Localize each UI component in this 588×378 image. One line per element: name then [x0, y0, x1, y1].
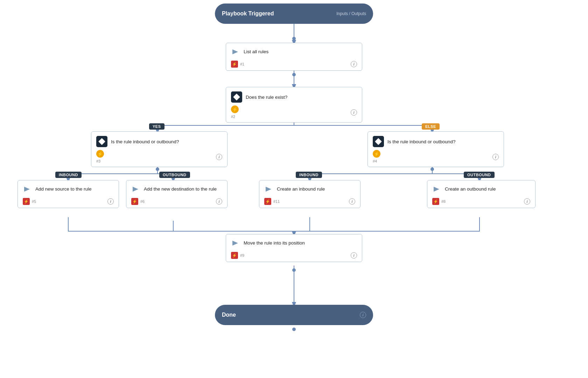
step-arrow-icon-6	[131, 185, 140, 194]
create-inbound-node[interactable]: Create an inbound rule ⚡ #11 i	[259, 180, 360, 208]
step-arrow-icon-8	[432, 185, 441, 194]
lightning-badge-1: ⚡	[231, 105, 239, 113]
step-num-4: #4	[373, 159, 377, 163]
info-icon-4[interactable]: i	[492, 154, 499, 160]
step-arrow-icon	[231, 47, 240, 56]
add-destination-title: Add the new destination to the rule	[144, 186, 217, 192]
svg-point-13	[430, 167, 434, 171]
create-outbound-title: Create an outbound rule	[445, 186, 496, 192]
inputs-outputs-label[interactable]: Inputs / Outputs	[336, 11, 366, 16]
warning-badge-8: ⚡	[432, 198, 439, 205]
info-icon-5[interactable]: i	[107, 198, 114, 205]
add-source-title: Add new source to the rule	[35, 186, 92, 192]
svg-point-6	[292, 73, 296, 76]
outbound-label-else: OUTBOUND	[464, 172, 495, 178]
step-arrow-icon-5	[23, 185, 32, 194]
outbound-label-yes: OUTBOUND	[159, 172, 190, 178]
info-icon-6[interactable]: i	[216, 198, 222, 205]
info-icon[interactable]: i	[351, 61, 357, 67]
create-outbound-node[interactable]: Create an outbound rule ⚡ #8 i	[427, 180, 536, 208]
svg-point-21	[292, 328, 296, 331]
svg-marker-25	[266, 187, 271, 192]
info-icon-3[interactable]: i	[216, 154, 222, 160]
svg-marker-22	[232, 49, 238, 54]
step-arrow-icon-9	[231, 239, 240, 248]
svg-point-3	[292, 37, 296, 40]
warning-badge: ⚡	[231, 61, 238, 68]
step-num-11: #11	[273, 199, 280, 204]
does-rule-exist-title: Does the rule exist?	[246, 95, 287, 100]
warning-badge-9: ⚡	[231, 252, 238, 259]
is-rule-yes-title: Is the rule inbound or outbound?	[111, 139, 179, 144]
info-icon-8[interactable]: i	[524, 198, 530, 205]
lightning-badge-3: ⚡	[373, 150, 380, 158]
step-num-1: #1	[240, 62, 244, 66]
move-rule-node[interactable]: Move the rule into its position ⚡ #9 i	[226, 234, 362, 262]
svg-marker-23	[24, 187, 30, 192]
warning-badge-6: ⚡	[131, 198, 138, 205]
yes-label: YES	[149, 123, 164, 130]
warning-badge-5: ⚡	[23, 198, 30, 205]
diamond-icon-2	[96, 136, 107, 147]
list-all-rules-title: List all rules	[244, 49, 268, 55]
step-num-6: #6	[140, 199, 145, 204]
inbound-label-else: INBOUND	[296, 172, 322, 178]
step-num-8: #8	[441, 199, 446, 204]
done-node[interactable]: Done i	[215, 305, 373, 325]
done-label: Done	[222, 312, 236, 318]
svg-point-11	[156, 167, 159, 171]
step-arrow-icon-11	[264, 185, 273, 194]
create-inbound-title: Create an inbound rule	[277, 186, 325, 192]
move-rule-title: Move the rule into its position	[244, 240, 305, 246]
step-num-2: #2	[231, 115, 235, 119]
is-rule-inbound-outbound-yes-node[interactable]: Is the rule inbound or outbound? ⚡ #3 i	[91, 131, 227, 167]
diamond-icon-1	[231, 91, 242, 103]
does-rule-exist-node[interactable]: Does the rule exist? ⚡ #2 i	[226, 87, 362, 123]
svg-marker-24	[133, 187, 138, 192]
trigger-label: Playbook Triggered	[222, 11, 274, 17]
is-rule-else-title: Is the rule inbound or outbound?	[387, 139, 455, 144]
svg-marker-26	[434, 187, 439, 192]
svg-marker-27	[232, 241, 238, 246]
is-rule-inbound-outbound-else-node[interactable]: Is the rule inbound or outbound? ⚡ #4 i	[368, 131, 504, 167]
done-info-icon[interactable]: i	[360, 312, 366, 318]
step-num-9: #9	[240, 253, 244, 257]
lightning-badge-2: ⚡	[96, 150, 104, 158]
svg-point-19	[292, 268, 296, 272]
info-icon-9[interactable]: i	[351, 252, 357, 259]
trigger-node[interactable]: Playbook Triggered Inputs / Outputs	[215, 4, 373, 24]
step-num-5: #5	[32, 199, 36, 204]
add-new-source-node[interactable]: Add new source to the rule ⚡ #5 i	[18, 180, 119, 208]
else-label: ELSE	[422, 123, 440, 130]
info-icon-2[interactable]: i	[351, 109, 357, 116]
inbound-label-yes: INBOUND	[55, 172, 82, 178]
step-num-3: #3	[96, 159, 100, 163]
warning-badge-11: ⚡	[264, 198, 271, 205]
add-destination-node[interactable]: Add the new destination to the rule ⚡ #6…	[126, 180, 227, 208]
diamond-icon-3	[373, 136, 384, 147]
list-all-rules-node[interactable]: List all rules ⚡ #1 i	[226, 43, 362, 71]
info-icon-11[interactable]: i	[349, 198, 355, 205]
